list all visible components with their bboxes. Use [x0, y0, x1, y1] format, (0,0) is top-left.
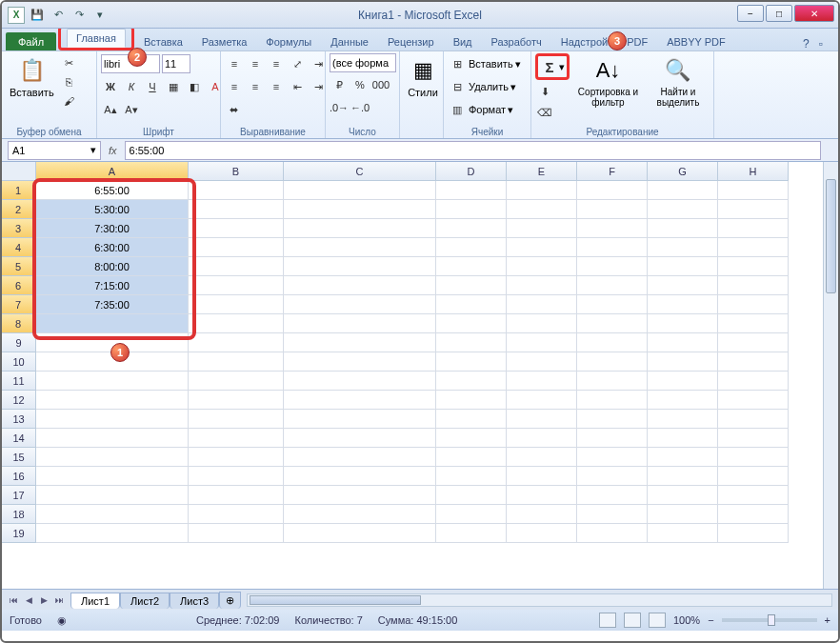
name-box[interactable]: A1 ▾	[8, 141, 101, 160]
sheet-tab-3[interactable]: Лист3	[170, 593, 219, 609]
number-format-combo[interactable]	[330, 53, 396, 72]
horizontal-scrollbar[interactable]	[247, 593, 832, 607]
sheet-nav-last[interactable]: ⏭	[51, 593, 67, 608]
cell-G2[interactable]	[648, 200, 718, 219]
cell-C11[interactable]	[284, 372, 436, 391]
cell-G11[interactable]	[648, 372, 718, 391]
cell-D11[interactable]	[436, 372, 507, 391]
maximize-button[interactable]: □	[766, 5, 792, 22]
row-header-2[interactable]: 2	[2, 200, 36, 219]
cell-A16[interactable]	[36, 467, 189, 486]
cell-A17[interactable]	[36, 486, 189, 505]
cell-B4[interactable]	[189, 238, 284, 257]
delete-cell-dd[interactable]: ▾	[510, 81, 516, 93]
cell-H13[interactable]	[718, 410, 789, 429]
cell-G14[interactable]	[648, 429, 718, 448]
row-header-19[interactable]: 19	[2, 524, 36, 543]
cell-F4[interactable]	[577, 238, 648, 257]
cell-D4[interactable]	[436, 238, 507, 257]
col-header-G[interactable]: G	[648, 162, 718, 181]
cell-C9[interactable]	[284, 333, 436, 352]
cell-H5[interactable]	[718, 257, 789, 276]
undo-icon[interactable]: ↶	[50, 7, 67, 24]
cell-H15[interactable]	[718, 448, 789, 467]
wrap-text-icon[interactable]: ⇥	[309, 54, 328, 73]
cell-H1[interactable]	[718, 181, 789, 200]
cell-A15[interactable]	[36, 448, 189, 467]
cell-E7[interactable]	[507, 295, 577, 314]
row-header-12[interactable]: 12	[2, 391, 36, 410]
new-sheet-button[interactable]: ⊕	[219, 592, 241, 609]
copy-icon[interactable]: ⎘	[60, 72, 79, 91]
sheet-tab-2[interactable]: Лист2	[120, 593, 170, 609]
cell-G1[interactable]	[648, 181, 718, 200]
cell-A7[interactable]: 7:35:00	[36, 295, 189, 314]
tab-formulas[interactable]: Формулы	[256, 32, 321, 50]
vscroll-thumb[interactable]	[826, 179, 836, 293]
formula-input[interactable]: 6:55:00	[125, 141, 821, 160]
cell-C17[interactable]	[284, 486, 436, 505]
cell-B14[interactable]	[189, 429, 284, 448]
cell-C14[interactable]	[284, 429, 436, 448]
orientation-icon[interactable]: ⤢	[288, 54, 307, 73]
cell-A8[interactable]	[36, 314, 189, 333]
cell-F8[interactable]	[577, 314, 648, 333]
row-header-11[interactable]: 11	[2, 372, 36, 391]
cell-A12[interactable]	[36, 391, 189, 410]
cell-A1[interactable]: 6:55:00	[36, 181, 189, 200]
row-header-16[interactable]: 16	[2, 467, 36, 486]
cell-A5[interactable]: 8:00:00	[36, 257, 189, 276]
increase-font-icon[interactable]: A▴	[101, 100, 120, 119]
cell-C8[interactable]	[284, 314, 436, 333]
fill-icon[interactable]: ⬇	[535, 82, 554, 101]
cell-F17[interactable]	[577, 486, 648, 505]
cell-H14[interactable]	[718, 429, 789, 448]
cell-H6[interactable]	[718, 276, 789, 295]
currency-icon[interactable]: ₽	[330, 75, 349, 94]
cell-B17[interactable]	[189, 486, 284, 505]
view-layout-button[interactable]	[624, 613, 641, 628]
col-header-A[interactable]: A	[36, 162, 189, 181]
insert-cell-dd[interactable]: ▾	[515, 58, 521, 70]
tab-abbyy[interactable]: ABBYY PDF	[657, 32, 735, 50]
cell-E5[interactable]	[507, 257, 577, 276]
row-header-1[interactable]: 1	[2, 181, 36, 200]
cell-D16[interactable]	[436, 467, 507, 486]
col-header-D[interactable]: D	[436, 162, 507, 181]
cell-G7[interactable]	[648, 295, 718, 314]
col-header-F[interactable]: F	[577, 162, 648, 181]
align-middle-icon[interactable]: ≡	[246, 54, 265, 73]
view-pagebreak-button[interactable]	[649, 613, 666, 628]
cell-G19[interactable]	[648, 524, 718, 543]
cell-E19[interactable]	[507, 524, 577, 543]
cell-B13[interactable]	[189, 410, 284, 429]
cell-A6[interactable]: 7:15:00	[36, 276, 189, 295]
cell-E14[interactable]	[507, 429, 577, 448]
styles-button[interactable]: ▦ Стили	[404, 53, 442, 100]
row-header-3[interactable]: 3	[2, 219, 36, 238]
cell-H2[interactable]	[718, 200, 789, 219]
cell-D8[interactable]	[436, 314, 507, 333]
row-header-4[interactable]: 4	[2, 238, 36, 257]
zoom-slider[interactable]	[722, 618, 817, 622]
cell-A2[interactable]: 5:30:00	[36, 200, 189, 219]
cell-H3[interactable]	[718, 219, 789, 238]
cell-G4[interactable]	[648, 238, 718, 257]
sheet-tab-1[interactable]: Лист1	[70, 593, 120, 609]
increase-decimal-icon[interactable]: .0→	[330, 98, 349, 117]
insert-cell-icon[interactable]: ⊞	[448, 54, 467, 73]
cell-D9[interactable]	[436, 333, 507, 352]
cell-H17[interactable]	[718, 486, 789, 505]
minimize-button[interactable]: −	[737, 5, 764, 22]
row-header-10[interactable]: 10	[2, 352, 36, 372]
cell-H4[interactable]	[718, 238, 789, 257]
cell-G6[interactable]	[648, 276, 718, 295]
cell-B10[interactable]	[189, 352, 284, 372]
cell-C6[interactable]	[284, 276, 436, 295]
cell-G18[interactable]	[648, 505, 718, 524]
cell-D7[interactable]	[436, 295, 507, 314]
tab-view[interactable]: Вид	[444, 32, 482, 50]
cell-G15[interactable]	[648, 448, 718, 467]
bold-button[interactable]: Ж	[101, 77, 120, 96]
cell-B19[interactable]	[189, 524, 284, 543]
